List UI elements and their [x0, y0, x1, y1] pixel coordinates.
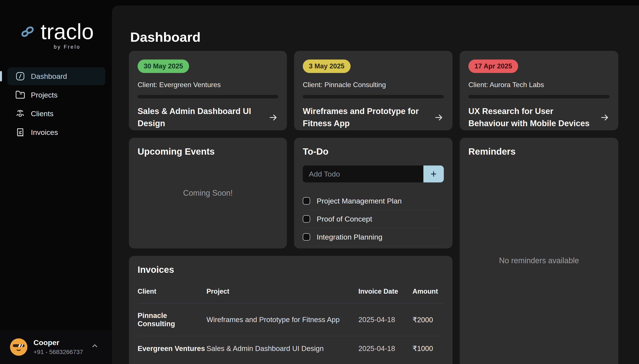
arrow-right-icon [434, 112, 444, 122]
user-profile[interactable]: Cooper +91 - 5683266737 [0, 330, 111, 364]
todo-list: Project Management Plan Proof of Concept… [303, 192, 444, 246]
invoice-client: Evergreen Ventures [138, 336, 206, 361]
dashboard-grid: 30 May 2025 Client: Evergreen Ventures S… [129, 51, 618, 364]
upcoming-events-card: Upcoming Events Coming Soon! [129, 138, 287, 248]
invoice-date: 2025-04-18 [358, 336, 413, 361]
progress-bar [468, 95, 610, 98]
table-row[interactable]: Pinnacle Consulting Wireframes and Proto… [138, 304, 444, 336]
progress-bar [303, 95, 444, 98]
table-row[interactable]: Evergreen Ventures Sales & Admin Dashboa… [138, 336, 444, 361]
client-name: Client: Aurora Tech Labs [468, 81, 610, 89]
upcoming-events-title: Upcoming Events [138, 146, 278, 157]
chevron-up-icon[interactable] [90, 342, 99, 351]
invoices-table: Client Project Invoice Date Amount Pinna… [138, 288, 444, 361]
column-header-project: Project [206, 288, 358, 304]
todo-checkbox[interactable] [303, 233, 310, 241]
invoice-client: Pinnacle Consulting [138, 304, 206, 336]
client-name: Client: Evergreen Ventures [138, 81, 278, 89]
sidebar-item-label: Invoices [31, 128, 58, 136]
due-date-badge: 30 May 2025 [138, 60, 189, 73]
sidebar-item-label: Dashboard [31, 72, 67, 80]
sidebar: traclo by Frelo Dashboard Projects Clien… [0, 0, 111, 364]
profile-name: Cooper [34, 338, 83, 347]
project-title: Sales & Admin Dashboard UI Design [138, 105, 264, 130]
project-title: UX Research for User Behaviour with Mobi… [468, 105, 594, 130]
column-header-client: Client [138, 288, 206, 304]
profile-phone: +91 - 5683266737 [34, 348, 83, 356]
app-name: traclo [41, 19, 94, 44]
column-header-invoice-date: Invoice Date [358, 288, 413, 304]
events-empty-text: Coming Soon! [129, 188, 287, 198]
main-panel: Dashboard 30 May 2025 Client: Evergreen … [112, 6, 639, 364]
add-todo-button[interactable]: + [423, 166, 444, 182]
sidebar-item-projects[interactable]: Projects [8, 86, 105, 104]
todo-item: Integration Planning [303, 228, 444, 246]
sidebar-nav: Dashboard Projects Clients Invoices [0, 67, 111, 141]
sidebar-item-dashboard[interactable]: Dashboard [8, 67, 105, 85]
page-title: Dashboard [130, 29, 201, 45]
project-card-aurora[interactable]: 17 Apr 2025 Client: Aurora Tech Labs UX … [460, 51, 618, 130]
project-card-evergreen[interactable]: 30 May 2025 Client: Evergreen Ventures S… [129, 51, 287, 130]
todo-item: Proof of Concept [303, 210, 444, 228]
arrow-right-icon [600, 112, 610, 122]
todo-card: To-Do + Project Management Plan Proof of… [294, 138, 453, 248]
open-project-button[interactable] [268, 112, 278, 122]
project-card-pinnacle[interactable]: 3 May 2025 Client: Pinnacle Consulting W… [294, 51, 453, 130]
todo-checkbox[interactable] [303, 197, 310, 204]
due-date-badge: 17 Apr 2025 [468, 60, 518, 73]
todo-checkbox[interactable] [303, 215, 310, 222]
sidebar-item-clients[interactable]: Clients [8, 105, 105, 122]
invoice-date: 2025-04-18 [358, 304, 413, 336]
arrow-right-icon [268, 112, 278, 122]
invoices-card: Invoices Client Project Invoice Date Amo… [129, 256, 453, 364]
column-header-amount: Amount [413, 288, 444, 304]
todo-item-label: Project Management Plan [317, 197, 402, 205]
add-todo-input[interactable] [303, 166, 423, 182]
due-date-badge: 3 May 2025 [303, 60, 351, 73]
sidebar-item-label: Projects [31, 91, 58, 99]
progress-bar [138, 95, 278, 98]
sidebar-item-invoices[interactable]: Invoices [8, 123, 105, 141]
avatar [10, 338, 27, 356]
app-byline: by Frelo [54, 44, 80, 50]
reminders-empty-text: No reminders available [460, 256, 618, 265]
client-name: Client: Pinnacle Consulting [303, 81, 444, 89]
invoice-amount: ₹2000 [413, 304, 444, 336]
app-logo: traclo by Frelo [0, 19, 111, 50]
todo-item-label: Proof of Concept [317, 215, 372, 223]
open-project-button[interactable] [434, 112, 444, 122]
invoice-project: Wireframes and Prototype for Fitness App [206, 304, 358, 336]
project-title: Wireframes and Prototype for Fitness App [303, 105, 429, 130]
users-icon [15, 108, 25, 118]
invoice-project: Sales & Admin Dashboard UI Design [206, 336, 358, 361]
open-project-button[interactable] [600, 112, 610, 122]
table-header-row: Client Project Invoice Date Amount [138, 288, 444, 304]
invoices-title: Invoices [138, 264, 444, 275]
traclo-logo-icon [18, 22, 38, 41]
receipt-check-icon [15, 127, 25, 137]
dashboard-slash-icon [15, 71, 25, 81]
reminders-title: Reminders [468, 146, 610, 157]
folder-icon [15, 90, 25, 100]
invoice-amount: ₹1000 [413, 336, 444, 361]
reminders-card: Reminders No reminders available [460, 138, 618, 364]
sidebar-item-label: Clients [31, 110, 54, 118]
todo-item-label: Integration Planning [317, 233, 382, 241]
todo-item: Project Management Plan [303, 192, 444, 210]
todo-title: To-Do [303, 146, 444, 157]
